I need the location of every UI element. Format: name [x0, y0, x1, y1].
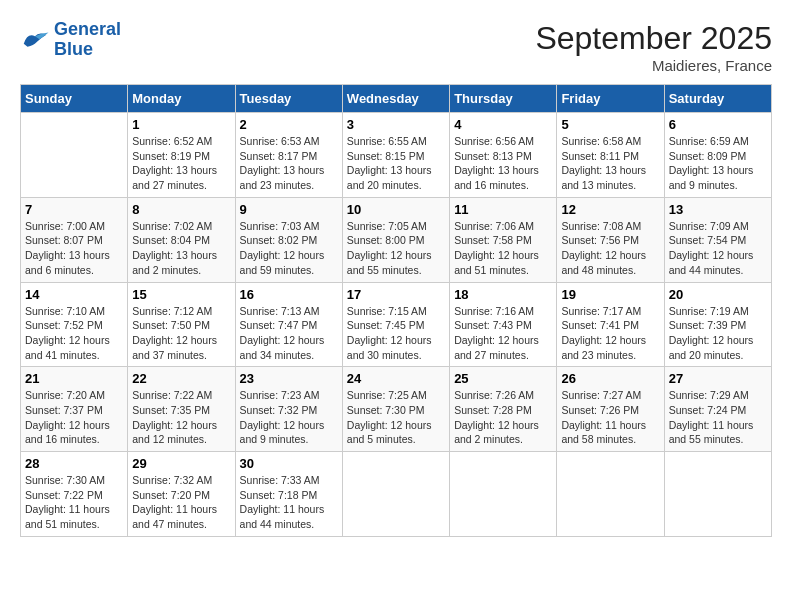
day-number: 7: [25, 202, 123, 217]
day-number: 26: [561, 371, 659, 386]
page-header: General Blue September 2025 Maidieres, F…: [20, 20, 772, 74]
day-info: Sunrise: 7:25 AM Sunset: 7:30 PM Dayligh…: [347, 388, 445, 447]
day-info: Sunrise: 7:29 AM Sunset: 7:24 PM Dayligh…: [669, 388, 767, 447]
location: Maidieres, France: [535, 57, 772, 74]
day-info: Sunrise: 7:10 AM Sunset: 7:52 PM Dayligh…: [25, 304, 123, 363]
calendar-day-cell: 3Sunrise: 6:55 AM Sunset: 8:15 PM Daylig…: [342, 113, 449, 198]
day-number: 3: [347, 117, 445, 132]
day-number: 23: [240, 371, 338, 386]
calendar-day-cell: 9Sunrise: 7:03 AM Sunset: 8:02 PM Daylig…: [235, 197, 342, 282]
calendar-day-cell: 1Sunrise: 6:52 AM Sunset: 8:19 PM Daylig…: [128, 113, 235, 198]
day-info: Sunrise: 7:32 AM Sunset: 7:20 PM Dayligh…: [132, 473, 230, 532]
day-number: 15: [132, 287, 230, 302]
day-number: 29: [132, 456, 230, 471]
calendar-day-cell: 6Sunrise: 6:59 AM Sunset: 8:09 PM Daylig…: [664, 113, 771, 198]
calendar-week-row: 21Sunrise: 7:20 AM Sunset: 7:37 PM Dayli…: [21, 367, 772, 452]
calendar-day-cell: 26Sunrise: 7:27 AM Sunset: 7:26 PM Dayli…: [557, 367, 664, 452]
calendar-day-cell: 2Sunrise: 6:53 AM Sunset: 8:17 PM Daylig…: [235, 113, 342, 198]
calendar-day-cell: 20Sunrise: 7:19 AM Sunset: 7:39 PM Dayli…: [664, 282, 771, 367]
day-info: Sunrise: 7:17 AM Sunset: 7:41 PM Dayligh…: [561, 304, 659, 363]
day-info: Sunrise: 7:16 AM Sunset: 7:43 PM Dayligh…: [454, 304, 552, 363]
logo: General Blue: [20, 20, 121, 60]
day-number: 28: [25, 456, 123, 471]
day-number: 5: [561, 117, 659, 132]
day-number: 16: [240, 287, 338, 302]
col-header-tuesday: Tuesday: [235, 85, 342, 113]
day-info: Sunrise: 7:05 AM Sunset: 8:00 PM Dayligh…: [347, 219, 445, 278]
calendar-week-row: 28Sunrise: 7:30 AM Sunset: 7:22 PM Dayli…: [21, 452, 772, 537]
calendar-day-cell: [450, 452, 557, 537]
day-info: Sunrise: 6:56 AM Sunset: 8:13 PM Dayligh…: [454, 134, 552, 193]
day-info: Sunrise: 7:33 AM Sunset: 7:18 PM Dayligh…: [240, 473, 338, 532]
calendar-day-cell: 18Sunrise: 7:16 AM Sunset: 7:43 PM Dayli…: [450, 282, 557, 367]
day-number: 17: [347, 287, 445, 302]
calendar-day-cell: 28Sunrise: 7:30 AM Sunset: 7:22 PM Dayli…: [21, 452, 128, 537]
col-header-thursday: Thursday: [450, 85, 557, 113]
calendar-day-cell: 8Sunrise: 7:02 AM Sunset: 8:04 PM Daylig…: [128, 197, 235, 282]
day-info: Sunrise: 7:02 AM Sunset: 8:04 PM Dayligh…: [132, 219, 230, 278]
calendar-day-cell: 30Sunrise: 7:33 AM Sunset: 7:18 PM Dayli…: [235, 452, 342, 537]
calendar-day-cell: 23Sunrise: 7:23 AM Sunset: 7:32 PM Dayli…: [235, 367, 342, 452]
logo-bird-icon: [20, 28, 50, 52]
calendar-day-cell: 25Sunrise: 7:26 AM Sunset: 7:28 PM Dayli…: [450, 367, 557, 452]
day-number: 30: [240, 456, 338, 471]
calendar-day-cell: 12Sunrise: 7:08 AM Sunset: 7:56 PM Dayli…: [557, 197, 664, 282]
col-header-monday: Monday: [128, 85, 235, 113]
calendar-day-cell: 16Sunrise: 7:13 AM Sunset: 7:47 PM Dayli…: [235, 282, 342, 367]
day-info: Sunrise: 7:12 AM Sunset: 7:50 PM Dayligh…: [132, 304, 230, 363]
calendar-day-cell: [664, 452, 771, 537]
day-number: 9: [240, 202, 338, 217]
day-info: Sunrise: 7:08 AM Sunset: 7:56 PM Dayligh…: [561, 219, 659, 278]
day-number: 18: [454, 287, 552, 302]
day-number: 11: [454, 202, 552, 217]
day-number: 13: [669, 202, 767, 217]
calendar-day-cell: 4Sunrise: 6:56 AM Sunset: 8:13 PM Daylig…: [450, 113, 557, 198]
day-number: 19: [561, 287, 659, 302]
calendar-day-cell: 29Sunrise: 7:32 AM Sunset: 7:20 PM Dayli…: [128, 452, 235, 537]
calendar-day-cell: 13Sunrise: 7:09 AM Sunset: 7:54 PM Dayli…: [664, 197, 771, 282]
day-info: Sunrise: 6:52 AM Sunset: 8:19 PM Dayligh…: [132, 134, 230, 193]
day-number: 22: [132, 371, 230, 386]
day-info: Sunrise: 7:13 AM Sunset: 7:47 PM Dayligh…: [240, 304, 338, 363]
title-block: September 2025 Maidieres, France: [535, 20, 772, 74]
day-number: 25: [454, 371, 552, 386]
day-info: Sunrise: 6:59 AM Sunset: 8:09 PM Dayligh…: [669, 134, 767, 193]
calendar-day-cell: 14Sunrise: 7:10 AM Sunset: 7:52 PM Dayli…: [21, 282, 128, 367]
day-number: 6: [669, 117, 767, 132]
calendar-day-cell: 24Sunrise: 7:25 AM Sunset: 7:30 PM Dayli…: [342, 367, 449, 452]
day-number: 4: [454, 117, 552, 132]
day-info: Sunrise: 7:27 AM Sunset: 7:26 PM Dayligh…: [561, 388, 659, 447]
day-number: 14: [25, 287, 123, 302]
col-header-wednesday: Wednesday: [342, 85, 449, 113]
day-number: 10: [347, 202, 445, 217]
day-number: 1: [132, 117, 230, 132]
day-info: Sunrise: 7:26 AM Sunset: 7:28 PM Dayligh…: [454, 388, 552, 447]
calendar-day-cell: 10Sunrise: 7:05 AM Sunset: 8:00 PM Dayli…: [342, 197, 449, 282]
calendar-header-row: SundayMondayTuesdayWednesdayThursdayFrid…: [21, 85, 772, 113]
day-info: Sunrise: 7:06 AM Sunset: 7:58 PM Dayligh…: [454, 219, 552, 278]
calendar-week-row: 14Sunrise: 7:10 AM Sunset: 7:52 PM Dayli…: [21, 282, 772, 367]
calendar-week-row: 1Sunrise: 6:52 AM Sunset: 8:19 PM Daylig…: [21, 113, 772, 198]
calendar-day-cell: [557, 452, 664, 537]
calendar-table: SundayMondayTuesdayWednesdayThursdayFrid…: [20, 84, 772, 537]
day-info: Sunrise: 7:00 AM Sunset: 8:07 PM Dayligh…: [25, 219, 123, 278]
day-info: Sunrise: 6:58 AM Sunset: 8:11 PM Dayligh…: [561, 134, 659, 193]
col-header-saturday: Saturday: [664, 85, 771, 113]
day-info: Sunrise: 7:23 AM Sunset: 7:32 PM Dayligh…: [240, 388, 338, 447]
calendar-day-cell: 11Sunrise: 7:06 AM Sunset: 7:58 PM Dayli…: [450, 197, 557, 282]
calendar-day-cell: 19Sunrise: 7:17 AM Sunset: 7:41 PM Dayli…: [557, 282, 664, 367]
day-info: Sunrise: 7:03 AM Sunset: 8:02 PM Dayligh…: [240, 219, 338, 278]
day-info: Sunrise: 6:55 AM Sunset: 8:15 PM Dayligh…: [347, 134, 445, 193]
day-number: 2: [240, 117, 338, 132]
calendar-day-cell: 22Sunrise: 7:22 AM Sunset: 7:35 PM Dayli…: [128, 367, 235, 452]
calendar-day-cell: [342, 452, 449, 537]
calendar-day-cell: 7Sunrise: 7:00 AM Sunset: 8:07 PM Daylig…: [21, 197, 128, 282]
calendar-week-row: 7Sunrise: 7:00 AM Sunset: 8:07 PM Daylig…: [21, 197, 772, 282]
day-info: Sunrise: 7:15 AM Sunset: 7:45 PM Dayligh…: [347, 304, 445, 363]
day-number: 24: [347, 371, 445, 386]
calendar-day-cell: 5Sunrise: 6:58 AM Sunset: 8:11 PM Daylig…: [557, 113, 664, 198]
calendar-day-cell: 21Sunrise: 7:20 AM Sunset: 7:37 PM Dayli…: [21, 367, 128, 452]
day-info: Sunrise: 7:09 AM Sunset: 7:54 PM Dayligh…: [669, 219, 767, 278]
month-title: September 2025: [535, 20, 772, 57]
calendar-day-cell: 17Sunrise: 7:15 AM Sunset: 7:45 PM Dayli…: [342, 282, 449, 367]
